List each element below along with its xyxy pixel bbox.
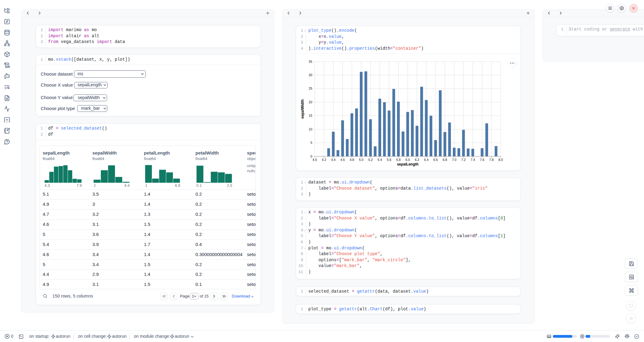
svg-text:30: 30 xyxy=(309,73,312,77)
svg-text:7.0: 7.0 xyxy=(452,158,456,162)
svg-text:5.6: 5.6 xyxy=(387,158,392,162)
svg-text:6.4: 6.4 xyxy=(424,158,429,162)
svg-text:4.0: 4.0 xyxy=(313,158,317,162)
svg-text:7.8: 7.8 xyxy=(489,158,494,162)
svg-text:5: 5 xyxy=(310,141,312,144)
svg-text:15: 15 xyxy=(309,114,312,117)
svg-text:4.2: 4.2 xyxy=(322,158,326,162)
svg-text:6.6: 6.6 xyxy=(433,158,438,162)
svg-text:7.4: 7.4 xyxy=(470,158,475,162)
svg-text:6.0: 6.0 xyxy=(406,158,410,162)
svg-text:7.2: 7.2 xyxy=(461,158,466,162)
svg-text:sepalLength: sepalLength xyxy=(397,162,419,166)
svg-text:0: 0 xyxy=(310,155,312,158)
svg-text:4.8: 4.8 xyxy=(350,158,354,162)
svg-text:7.6: 7.6 xyxy=(480,158,485,162)
svg-text:5.8: 5.8 xyxy=(396,158,401,162)
svg-text:5.0: 5.0 xyxy=(359,158,363,162)
svg-text:4.4: 4.4 xyxy=(331,158,336,162)
svg-text:20: 20 xyxy=(309,100,312,104)
svg-text:8.0: 8.0 xyxy=(499,158,503,162)
svg-text:10: 10 xyxy=(309,127,312,131)
svg-text:5.4: 5.4 xyxy=(377,158,382,162)
svg-text:25: 25 xyxy=(309,87,312,90)
svg-text:sepalWidth: sepalWidth xyxy=(300,99,305,119)
svg-text:6.2: 6.2 xyxy=(415,158,419,162)
svg-text:35: 35 xyxy=(309,60,312,63)
svg-text:6.8: 6.8 xyxy=(443,158,447,162)
svg-text:5.2: 5.2 xyxy=(368,158,373,162)
svg-text:4.6: 4.6 xyxy=(340,158,345,162)
